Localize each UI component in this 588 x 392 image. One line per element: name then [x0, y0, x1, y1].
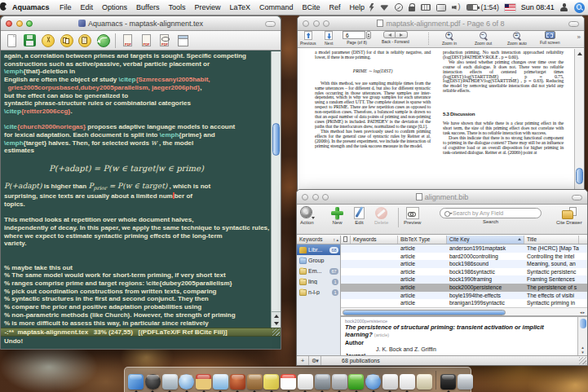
battery-icon[interactable]: [466, 4, 478, 11]
menu-help[interactable]: Help: [345, 3, 369, 11]
copy-button[interactable]: [60, 34, 73, 47]
cite-drawer-button[interactable]: Cite Drawer: [556, 207, 582, 225]
dock-item-x11[interactable]: [440, 374, 456, 390]
column-header-BibTeX Type[interactable]: BibTeX Type: [398, 236, 447, 244]
new-publication-button[interactable]: New: [331, 207, 343, 225]
minimize-button[interactable]: [313, 20, 320, 27]
new-file-button[interactable]: [5, 34, 18, 47]
pdf-scroll-thumb[interactable]: [576, 168, 583, 184]
dock-item-itunes[interactable]: [365, 374, 381, 390]
group-item-libr[interactable]: Libr...68: [297, 244, 340, 255]
bibdesk-window[interactable]: alignment.bib Action New Edit Delete Pre…: [296, 189, 588, 366]
group-action-button[interactable]: ⚙▾: [309, 356, 321, 365]
fast-user-switch-icon[interactable]: [560, 3, 568, 11]
emacs-resize-grip[interactable]: [272, 328, 280, 336]
menu-preview[interactable]: Preview: [190, 3, 225, 11]
dock-item-mail[interactable]: [162, 374, 178, 390]
column-header-Cite Key[interactable]: Cite Key: [447, 236, 524, 244]
delete-publication-button[interactable]: Delete: [374, 207, 388, 225]
apple-menu[interactable]: [0, 2, 7, 12]
next-page-button[interactable]: Next: [325, 31, 333, 46]
action-button[interactable]: Action: [300, 207, 314, 225]
horizontal-scrollbar[interactable]: ◂▸: [341, 307, 587, 316]
dock-item-textedit[interactable]: [400, 374, 415, 390]
minimize-button[interactable]: [312, 194, 319, 200]
dock-item-address-book[interactable]: [247, 374, 263, 390]
undo-button[interactable]: [97, 34, 110, 47]
lock-icon[interactable]: [409, 7, 415, 11]
forward-button[interactable]: [396, 31, 408, 38]
bibdesk-resize-grip[interactable]: [579, 357, 586, 364]
search-input[interactable]: Search by Any Field: [440, 208, 542, 218]
dock-item-itunes-white[interactable]: [298, 374, 313, 390]
spotlight-icon[interactable]: [574, 2, 585, 13]
keyboard-icon[interactable]: [421, 4, 431, 11]
scroll-up-arrow[interactable]: [577, 52, 582, 55]
publication-row[interactable]: articleboyle1994the-effectsThe effects o…: [341, 292, 587, 300]
column-header-Title[interactable]: Title: [524, 236, 579, 244]
preview-button[interactable]: Preview: [404, 207, 421, 225]
view-window-button[interactable]: [176, 34, 189, 47]
toolbar-toggle-pill[interactable]: [572, 195, 582, 200]
publication-row[interactable]: articleanderson1991maptaskThe {HCRC} [Ma…: [341, 244, 587, 253]
emacs-scroll-arrows[interactable]: [271, 311, 281, 328]
dock-item-finder[interactable]: [128, 374, 144, 390]
toolbar-toggle-pill[interactable]: [568, 21, 579, 27]
modem-icon[interactable]: [395, 3, 403, 11]
dock-item-iphoto[interactable]: [382, 374, 398, 390]
group-item-nlp[interactable]: n-l-p1: [297, 287, 340, 297]
menu-aquamacs[interactable]: Aquamacs: [7, 3, 55, 11]
preview-button[interactable]: [158, 34, 171, 47]
dock-item-calculator[interactable]: [315, 374, 330, 390]
pdf-titlebar[interactable]: maptask-alignment.pdf - Page 6 of 8: [298, 16, 584, 31]
bibdesk-titlebar[interactable]: alignment.bib: [297, 190, 587, 205]
sidebar-header[interactable]: Keywords: [297, 236, 340, 244]
dock-item-trash[interactable]: [458, 374, 473, 390]
emacs-window-controls[interactable]: [6, 20, 33, 27]
menu-file[interactable]: File: [55, 3, 77, 11]
menu-tools[interactable]: Tools: [164, 3, 190, 11]
edit-publication-button[interactable]: Edit: [354, 207, 365, 225]
menu-ref[interactable]: Ref: [325, 3, 345, 11]
publication-row[interactable]: articlebock2000persistenceThe persistenc…: [341, 284, 587, 292]
menu-bcite[interactable]: BCite: [298, 3, 325, 11]
dock-item-adium[interactable]: [348, 374, 364, 390]
menu-edit[interactable]: Edit: [76, 3, 98, 11]
column-header-Keywords[interactable]: Keywords: [351, 236, 398, 244]
publication-row[interactable]: articlebranigan1999syntacticSyntactic pr…: [341, 299, 587, 307]
publication-row[interactable]: articlebock1986syntacticSyntactic persis…: [341, 268, 587, 276]
emacs-scroll-thumb[interactable]: [272, 123, 280, 156]
pdf-tools-button[interactable]: [139, 34, 153, 47]
previous-page-button[interactable]: Previous: [300, 31, 316, 46]
dock-item-dashboard[interactable]: [145, 374, 161, 390]
publication-row[interactable]: articlebock1990framingFraming Sentences: [341, 275, 587, 284]
column-header-icon[interactable]: [341, 236, 351, 244]
h-scroll-thumb[interactable]: [343, 310, 506, 315]
page-stepper[interactable]: [366, 31, 371, 39]
group-item-ling[interactable]: ling1: [297, 276, 340, 287]
zoom-button[interactable]: [26, 20, 33, 27]
dock-item-preview[interactable]: [417, 374, 432, 390]
menu-command[interactable]: Command: [255, 3, 298, 11]
bibdesk-window-controls[interactable]: [302, 194, 329, 200]
zoom-in-button[interactable]: +Zoom in: [442, 31, 457, 46]
zoom-out-button[interactable]: −Zoom out: [475, 31, 492, 46]
close-button[interactable]: [6, 20, 12, 27]
menu-options[interactable]: Options: [98, 3, 132, 11]
sync-icon[interactable]: [369, 3, 374, 12]
cut-button[interactable]: [42, 34, 55, 47]
dock-item-ical[interactable]: [281, 374, 296, 390]
menu-clock[interactable]: Sun 08:41: [521, 3, 555, 11]
back-button[interactable]: [383, 31, 396, 38]
group-item-group[interactable]: Group: [297, 255, 340, 266]
column-header-icon[interactable]: [579, 236, 588, 244]
toolbar-overflow-chevron[interactable]: »: [577, 33, 581, 41]
aquamacs-window[interactable]: Aquamacs - maptask-alignment.tex again, …: [0, 15, 281, 350]
paste-button[interactable]: [78, 34, 91, 47]
emacs-buffer[interactable]: again, a correlation between primes and …: [1, 51, 281, 328]
zoom-auto-button[interactable]: =Zoom auto: [507, 31, 527, 46]
volume-icon[interactable]: [452, 4, 461, 11]
zoom-button[interactable]: [322, 194, 329, 200]
toolbar-toggle-pill[interactable]: [265, 21, 276, 27]
emacs-titlebar[interactable]: Aquamacs - maptask-alignment.tex: [1, 16, 281, 31]
